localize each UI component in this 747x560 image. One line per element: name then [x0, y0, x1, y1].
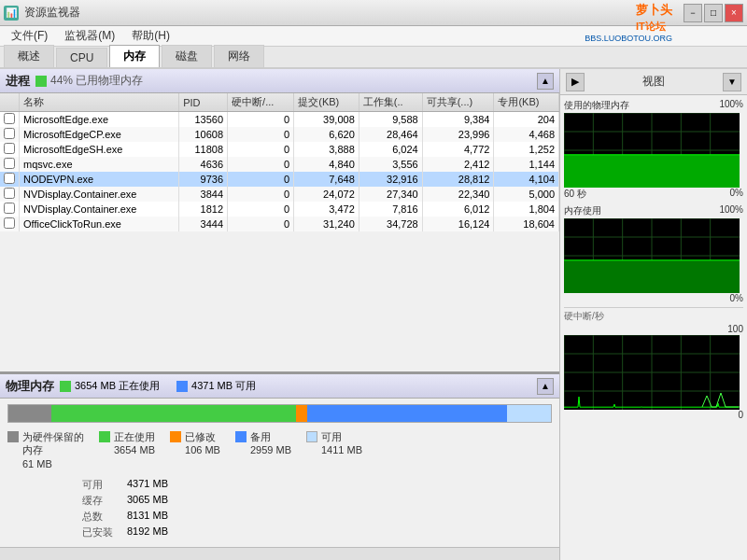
row-shareable: 2,412 — [422, 157, 494, 172]
row-checkbox[interactable] — [0, 157, 20, 172]
stat-cache-value: 3065 MB — [127, 494, 168, 508]
legend-free-label: 可用1411 MB — [321, 430, 362, 457]
row-checkbox[interactable] — [0, 187, 20, 202]
col-commit[interactable]: 提交(KB) — [294, 93, 359, 112]
row-checkbox[interactable] — [0, 172, 20, 187]
stat-cache-label: 缓存 — [82, 494, 120, 508]
tab-memory[interactable]: 内存 — [109, 45, 160, 67]
table-row[interactable]: MicrosoftEdge.exe 13560 0 39,008 9,588 9… — [0, 112, 559, 128]
stat-total-label: 总数 — [82, 510, 120, 524]
row-name: mqsvc.exe — [20, 157, 179, 172]
minimize-button[interactable]: － — [684, 4, 702, 22]
inuse-text: 3654 MB 正在使用 — [75, 379, 160, 393]
row-workset: 6,024 — [359, 142, 422, 157]
maximize-button[interactable]: □ — [704, 4, 723, 22]
row-workset: 32,916 — [359, 172, 422, 187]
available-text: 4371 MB 可用 — [191, 379, 256, 393]
chart2-bottom-labels: 0% — [564, 293, 743, 303]
bottom-scrollbar[interactable] — [0, 547, 559, 560]
table-row[interactable]: NVDisplay.Container.exe 3844 0 24,072 27… — [0, 187, 559, 202]
process-table[interactable]: 名称 PID 硬中断/... 提交(KB) 工作集(.. 可共享(...) 专用… — [0, 93, 559, 371]
row-shareable: 28,812 — [422, 172, 494, 187]
status-green-icon — [35, 76, 47, 87]
legend-inuse-label: 正在使用3654 MB — [114, 430, 155, 457]
close-button[interactable]: × — [725, 4, 743, 22]
legend-free-icon — [306, 431, 317, 442]
logo-domain: BBS.LUOBOTOU.ORG — [585, 34, 672, 43]
row-hardint: 0 — [228, 217, 294, 231]
col-name[interactable]: 名称 — [20, 93, 179, 112]
row-workset: 27,340 — [359, 187, 422, 202]
stat-installed-value: 8192 MB — [127, 525, 168, 539]
row-commit: 24,072 — [294, 187, 359, 202]
table-row[interactable]: MicrosoftEdgeSH.exe 11808 0 3,888 6,024 … — [0, 142, 559, 157]
row-private: 4,104 — [494, 172, 559, 187]
memory-stats: 可用 4371 MB 缓存 3065 MB 总数 8131 MB 已安装 819… — [82, 478, 552, 539]
row-hardint: 0 — [228, 127, 294, 142]
col-private[interactable]: 专用(KB) — [494, 93, 559, 112]
legend-standby-icon — [235, 431, 247, 442]
row-shareable: 6,012 — [422, 202, 494, 217]
right-view-dropdown[interactable]: ▼ — [723, 73, 741, 91]
process-collapse-button[interactable]: ▲ — [537, 73, 554, 90]
row-shareable: 23,996 — [422, 127, 494, 142]
row-name: MicrosoftEdgeSH.exe — [20, 142, 179, 157]
tab-overview[interactable]: 概述 — [4, 45, 54, 67]
menu-monitor[interactable]: 监视器(M) — [57, 26, 122, 46]
bar-standby — [307, 405, 508, 422]
legend-free: 可用1411 MB — [306, 430, 362, 470]
col-hardint[interactable]: 硬中断/... — [228, 93, 294, 112]
row-commit: 31,240 — [294, 217, 359, 231]
tab-cpu[interactable]: CPU — [56, 48, 107, 67]
row-private: 204 — [494, 112, 559, 128]
stat-total: 总数 8131 MB — [82, 510, 552, 524]
table-row[interactable]: NVDisplay.Container.exe 1812 0 3,472 7,8… — [0, 202, 559, 217]
right-header: ▶ 视图 ▼ — [560, 69, 747, 95]
legend-hardware: 为硬件保留的内存61 MB — [7, 430, 84, 470]
table-row[interactable]: OfficeClickToRun.exe 3444 0 31,240 34,72… — [0, 217, 559, 231]
tab-network[interactable]: 网络 — [214, 45, 264, 67]
row-checkbox[interactable] — [0, 202, 20, 217]
chart1-time: 60 秒 — [564, 188, 586, 201]
table-row[interactable]: mqsvc.exe 4636 0 4,840 3,556 2,412 1,144 — [0, 157, 559, 172]
row-checkbox[interactable] — [0, 142, 20, 157]
chart1-min: 0% — [730, 188, 743, 201]
row-commit: 4,840 — [294, 157, 359, 172]
row-pid: 9736 — [179, 172, 228, 187]
row-hardint: 0 — [228, 202, 294, 217]
row-hardint: 0 — [228, 112, 294, 128]
row-commit: 3,472 — [294, 202, 359, 217]
legend-standby: 备用2959 MB — [235, 430, 291, 470]
row-private: 1,804 — [494, 202, 559, 217]
row-checkbox[interactable] — [0, 217, 20, 231]
row-workset: 7,816 — [359, 202, 422, 217]
col-shareable[interactable]: 可共享(...) — [422, 93, 494, 112]
table-row[interactable]: NODEVPN.exe 9736 0 7,648 32,916 28,812 4… — [0, 172, 559, 187]
row-commit: 7,648 — [294, 172, 359, 187]
row-checkbox[interactable] — [0, 112, 20, 128]
menu-file[interactable]: 文件(F) — [4, 26, 55, 46]
memory-bar — [7, 404, 552, 423]
row-commit: 39,008 — [294, 112, 359, 128]
chart2-labels: 内存使用 100% — [564, 204, 743, 217]
table-row[interactable]: MicrosoftEdgeCP.exe 10608 0 6,620 28,464… — [0, 127, 559, 142]
row-name: NODEVPN.exe — [20, 172, 179, 187]
right-nav-prev[interactable]: ▶ — [566, 73, 585, 91]
row-commit: 6,620 — [294, 127, 359, 142]
app-icon: 📊 — [4, 6, 19, 21]
tab-disk[interactable]: 磁盘 — [162, 45, 212, 67]
row-workset: 34,728 — [359, 217, 422, 231]
col-workset[interactable]: 工作集(.. — [359, 93, 422, 112]
memory-section: 物理内存 3654 MB 正在使用 4371 MB 可用 ▲ — [0, 373, 559, 547]
bar-hardware — [8, 405, 51, 422]
row-checkbox[interactable] — [0, 127, 20, 142]
chart3-max: 100 — [727, 324, 743, 334]
menu-help[interactable]: 帮助(H) — [124, 26, 177, 46]
memory-content: 为硬件保留的内存61 MB 正在使用3654 MB 已修改106 MB 备用29… — [0, 399, 559, 547]
memory-collapse-button[interactable]: ▲ — [537, 378, 554, 395]
memory-available-label: 4371 MB 可用 — [176, 379, 256, 393]
col-pid[interactable]: PID — [179, 93, 228, 112]
row-shareable: 16,124 — [422, 217, 494, 231]
process-header: 进程 44% 已用物理内存 ▲ — [0, 69, 559, 93]
row-hardint: 0 — [228, 187, 294, 202]
